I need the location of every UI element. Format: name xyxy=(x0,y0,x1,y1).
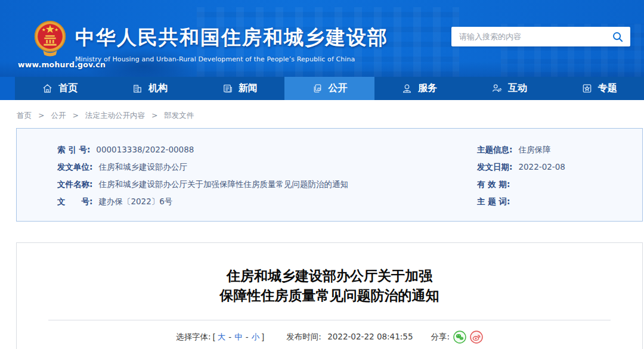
meta-value: 2022-02-08 xyxy=(518,158,565,176)
site-titles: 中华人民共和国住房和城乡建设部 Ministry of Housing and … xyxy=(75,24,388,63)
meta-left-column: 索 引 号: 000013338/2022-00088 发文单位: 住房和城乡建… xyxy=(17,141,477,210)
article-title-line1: 住房和城乡建设部办公厅关于加强 xyxy=(17,266,642,286)
meta-row-index-number: 索 引 号: 000013338/2022-00088 xyxy=(57,141,477,158)
share-label: 分享: xyxy=(431,332,450,342)
site-title-english: Ministry of Housing and Urban-Rural Deve… xyxy=(75,55,388,63)
meta-value: 住房和城乡建设部办公厅 xyxy=(98,158,187,176)
nav-item-disclosure[interactable]: 公开 xyxy=(284,77,374,100)
home-icon xyxy=(42,83,53,94)
meta-value: 建办保〔2022〕6号 xyxy=(98,193,172,210)
star-square-icon xyxy=(581,83,593,94)
font-size-separator: - xyxy=(228,332,231,342)
meta-label: 主 题 词: xyxy=(477,193,510,210)
title-divider xyxy=(48,320,611,320)
meta-row-document-number: 文 号: 建办保〔2022〕6号 xyxy=(57,193,477,210)
font-size-separator: - xyxy=(246,332,249,342)
nav-item-label: 公开 xyxy=(329,82,348,95)
primary-nav: 首页 机构 新闻 公开 服务 xyxy=(0,77,644,100)
article-title: 住房和城乡建设部办公厅关于加强 保障性住房质量常见问题防治的通知 xyxy=(17,266,642,306)
nav-item-topics[interactable]: 专题 xyxy=(554,77,644,100)
article-card: 住房和城乡建设部办公厅关于加强 保障性住房质量常见问题防治的通知 选择字体: [… xyxy=(16,242,643,349)
font-size-close-bracket: ] xyxy=(261,332,264,342)
breadcrumb-separator: > xyxy=(72,111,78,120)
site-title-chinese: 中华人民共和国住房和城乡建设部 xyxy=(75,24,388,51)
news-icon xyxy=(222,83,233,94)
meta-row-issuing-unit: 发文单位: 住房和城乡建设部办公厅 xyxy=(57,158,477,176)
nav-item-news[interactable]: 新闻 xyxy=(194,77,284,100)
site-header: www.mohurd.gov.cn 中华人民共和国住房和城乡建设部 Minist… xyxy=(0,0,644,77)
person-icon xyxy=(401,83,413,94)
meta-value: 000013338/2022-00088 xyxy=(96,141,194,158)
nav-item-label: 服务 xyxy=(418,82,437,95)
article-toolbar: 选择字体: [ 大 - 中 - 小 ] 发布时间: 2022-02-22 08:… xyxy=(17,331,642,344)
national-emblem-icon xyxy=(32,20,69,58)
font-size-label: 选择字体: xyxy=(176,332,211,342)
meta-right-column: 主题信息: 住房保障 发文日期: 2022-02-08 有 效 期: 主 题 词… xyxy=(477,141,642,210)
meta-row-validity: 有 效 期: xyxy=(477,176,642,193)
breadcrumb-separator: > xyxy=(38,111,44,120)
search-input[interactable] xyxy=(451,32,605,41)
nav-item-services[interactable]: 服务 xyxy=(374,77,465,100)
meta-row-issue-date: 发文日期: 2022-02-08 xyxy=(477,158,642,176)
search-box xyxy=(451,27,630,46)
meta-row-subject-info: 主题信息: 住房保障 xyxy=(477,141,642,158)
weibo-share-button[interactable] xyxy=(470,331,483,344)
nav-item-label: 机构 xyxy=(148,82,168,95)
publish-time: 发布时间: 2022-02-22 08:41:55 xyxy=(286,332,413,342)
nav-item-label: 专题 xyxy=(598,82,617,95)
publish-time-value: 2022-02-22 08:41:55 xyxy=(327,332,413,341)
breadcrumb-item-current: 部发文件 xyxy=(164,111,194,120)
wechat-icon xyxy=(453,331,466,344)
meta-label: 发文单位: xyxy=(57,158,92,176)
search-button[interactable] xyxy=(605,27,630,46)
weibo-icon xyxy=(470,331,483,344)
meta-label: 索 引 号: xyxy=(57,141,90,158)
meta-value: 住房保障 xyxy=(518,141,550,158)
person-arrows-icon xyxy=(491,83,503,94)
breadcrumb-item-statutory-content[interactable]: 法定主动公开内容 xyxy=(85,111,145,120)
org-building-icon xyxy=(132,83,143,94)
nav-item-label: 新闻 xyxy=(239,82,258,95)
meta-label: 发文日期: xyxy=(477,158,512,176)
font-size-small[interactable]: 小 xyxy=(252,332,260,342)
meta-row-document-title: 文件名称: 住房和城乡建设部办公厅关于加强保障性住房质量常见问题防治的通知 xyxy=(57,176,477,193)
font-size-open-bracket: [ xyxy=(212,332,215,342)
meta-label: 有 效 期: xyxy=(477,176,510,193)
nav-item-interaction[interactable]: 互动 xyxy=(465,77,555,100)
breadcrumb-item-home[interactable]: 首页 xyxy=(17,111,32,120)
article-title-line2: 保障性住房质量常见问题防治的通知 xyxy=(17,286,642,306)
nav-bar: 首页 机构 新闻 公开 服务 xyxy=(15,77,644,100)
share-group: 分享: xyxy=(431,331,484,344)
search-icon xyxy=(612,31,624,43)
nav-item-home[interactable]: 首页 xyxy=(15,77,105,100)
nav-item-label: 互动 xyxy=(508,82,527,95)
breadcrumb-item-disclosure[interactable]: 公开 xyxy=(51,111,66,120)
nav-item-label: 首页 xyxy=(58,82,78,95)
publish-time-label: 发布时间: xyxy=(286,332,321,341)
wechat-share-button[interactable] xyxy=(453,331,466,344)
meta-value: 住房和城乡建设部办公厅关于加强保障性住房质量常见问题防治的通知 xyxy=(98,176,348,193)
breadcrumb-separator: > xyxy=(151,111,157,120)
meta-label: 文件名称: xyxy=(57,176,92,193)
breadcrumb: 首页 > 公开 > 法定主动公开内容 > 部发文件 xyxy=(0,100,644,121)
nav-left-spacer xyxy=(0,77,15,100)
meta-row-keywords: 主 题 词: xyxy=(477,193,642,210)
document-meta-box: 索 引 号: 000013338/2022-00088 发文单位: 住房和城乡建… xyxy=(16,128,643,222)
font-size-medium[interactable]: 中 xyxy=(234,332,243,342)
font-size-large[interactable]: 大 xyxy=(218,332,226,342)
meta-label: 文 号: xyxy=(57,193,92,210)
meta-label: 主题信息: xyxy=(477,141,512,158)
documents-icon xyxy=(312,83,323,94)
nav-item-organization[interactable]: 机构 xyxy=(105,77,195,100)
